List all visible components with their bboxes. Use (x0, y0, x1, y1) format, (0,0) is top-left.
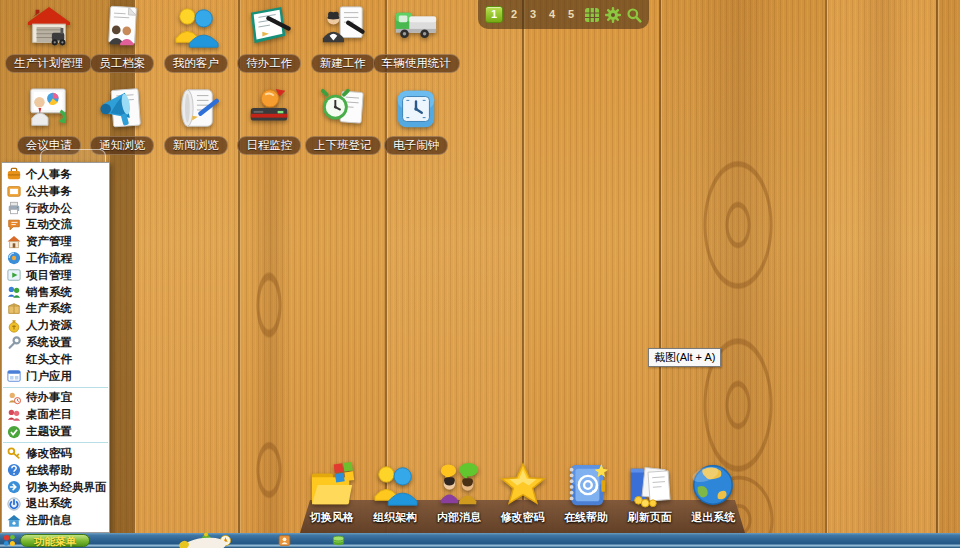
todo-work-icon (246, 4, 292, 50)
desktop-shortcut-label: 上下班登记 (305, 136, 381, 155)
dock-item-exit-globe[interactable]: 退出系统 (681, 462, 745, 533)
human-resources-icon (7, 319, 21, 333)
menu-item-system-settings[interactable]: 系统设置 (2, 334, 109, 351)
search-icon[interactable] (626, 7, 642, 23)
menu-item-asset-management[interactable]: 资产管理 (2, 233, 109, 250)
wood-knot (242, 410, 296, 530)
menu-item-admin-office[interactable]: 行政办公 (2, 200, 109, 217)
desktop-shortcut-label: 车辆使用统计 (373, 54, 460, 73)
production-plan-icon (26, 4, 72, 50)
dock-item-label: 组织架构 (373, 510, 417, 525)
dock-item-modify-password-star[interactable]: 修改密码 (491, 462, 555, 533)
desktop-shortcut-my-customers[interactable]: 我的客户 (159, 2, 233, 84)
tray-message-icon[interactable] (218, 534, 233, 547)
menu-item-registration-info[interactable]: 注册信息 (2, 512, 109, 529)
registration-info-icon (7, 514, 21, 528)
wood-knot (692, 140, 784, 310)
desktop-shortcut-news-browse[interactable]: 新闻浏览 (159, 84, 233, 166)
menu-item-human-resources[interactable]: 人力资源 (2, 317, 109, 334)
menu-item-project-management[interactable]: 项目管理 (2, 267, 109, 284)
pager-page-3[interactable]: 3 (525, 7, 541, 22)
desktop-shortcut-label: 待办工作 (237, 54, 301, 73)
menu-item-pending-items[interactable]: 待办事宜 (2, 390, 109, 407)
desktop-shortcut-vehicle-stats[interactable]: 车辆使用统计 (380, 2, 454, 84)
menu-item-personal-affairs[interactable]: 个人事务 (2, 166, 109, 183)
menu-item-online-help[interactable]: 在线帮助 (2, 462, 109, 479)
workflow-icon (7, 251, 21, 265)
dock-item-online-help-book[interactable]: 在线帮助 (554, 462, 618, 533)
desktop-icons: 生产计划管理员工档案我的客户待办工作新建工作车辆使用统计会议申请通知浏览新闻浏览… (12, 2, 453, 166)
menu-item-label: 切换为经典界面 (26, 480, 107, 495)
menu-item-interaction[interactable]: 互动交流 (2, 216, 109, 233)
menu-item-label: 系统设置 (26, 335, 72, 350)
plank-seam (825, 0, 827, 533)
desktop-shortcut-clock-in-out[interactable]: 上下班登记 (306, 84, 380, 166)
menu-divider (3, 442, 108, 443)
desktop-shortcut-production-plan[interactable]: 生产计划管理 (12, 2, 86, 84)
start-logo-icon (3, 534, 16, 547)
desktop-shortcut-todo-work[interactable]: 待办工作 (233, 2, 307, 84)
grid-view-icon[interactable] (584, 7, 600, 23)
desktop-shortcut-new-work[interactable]: 新建工作 (306, 2, 380, 84)
menu-item-label: 互动交流 (26, 217, 72, 232)
desktop-shortcut-employee-files[interactable]: 员工档案 (86, 2, 160, 84)
admin-office-icon (7, 201, 21, 215)
digital-clock-icon (393, 86, 439, 132)
menu-item-sales-system[interactable]: 销售系统 (2, 284, 109, 301)
menu-item-switch-classic[interactable]: 切换为经典界面 (2, 479, 109, 496)
menu-item-portal-apps[interactable]: 门户应用 (2, 368, 109, 385)
clock-in-out-icon (320, 86, 366, 132)
tray-contacts-icon[interactable] (277, 534, 292, 547)
my-customers-icon (173, 4, 219, 50)
dock-item-refresh-page[interactable]: 刷新页面 (618, 462, 682, 533)
menu-item-label: 待办事宜 (26, 390, 72, 405)
theme-settings-icon (7, 425, 21, 439)
menu-item-public-affairs[interactable]: 公共事务 (2, 183, 109, 200)
menu-item-workflow[interactable]: 工作流程 (2, 250, 109, 267)
news-browse-icon (173, 86, 219, 132)
desktop-shortcut-digital-clock[interactable]: 电子闹钟 (380, 84, 454, 166)
menu-item-label: 在线帮助 (26, 463, 72, 478)
desktop-shortcut-label: 我的客户 (164, 54, 228, 73)
menu-item-theme-settings[interactable]: 主题设置 (2, 423, 109, 440)
tray-money-icon[interactable] (331, 534, 346, 547)
plank-seam (659, 0, 661, 533)
menu-item-logout[interactable]: 退出系统 (2, 495, 109, 512)
menu-item-change-password[interactable]: 修改密码 (2, 445, 109, 462)
bottom-dock: 切换风格组织架构内部消息修改密码在线帮助刷新页面退出系统 (300, 462, 745, 533)
dock-item-org-structure[interactable]: 组织架构 (364, 462, 428, 533)
start-menu: 个人事务公共事务行政办公互动交流资产管理工作流程项目管理销售系统生产系统人力资源… (1, 162, 110, 533)
menu-item-production-system[interactable]: 生产系统 (2, 301, 109, 318)
pager-page-5[interactable]: 5 (563, 7, 579, 22)
schedule-monitor-icon (246, 86, 292, 132)
dock-item-switch-style[interactable]: 切换风格 (300, 462, 364, 533)
menu-item-desktop-columns[interactable]: 桌面栏目 (2, 406, 109, 423)
internal-message-icon (436, 462, 482, 508)
dock-item-label: 刷新页面 (628, 510, 672, 525)
logout-icon (7, 497, 21, 511)
desktop-shortcut-schedule-monitor[interactable]: 日程监控 (233, 84, 307, 166)
desktop-shortcut-label: 新建工作 (311, 54, 375, 73)
change-password-icon (7, 446, 21, 460)
personal-affairs-icon (7, 167, 21, 181)
start-button-label[interactable]: 功能菜单 (20, 534, 90, 547)
pager-page-1[interactable]: 1 (485, 6, 503, 23)
menu-item-label: 公共事务 (26, 184, 72, 199)
dock-item-label: 在线帮助 (564, 510, 608, 525)
menu-item-label: 生产系统 (26, 301, 72, 316)
pager-page-4[interactable]: 4 (544, 7, 560, 22)
dock-item-internal-message[interactable]: 内部消息 (427, 462, 491, 533)
no-icon (7, 352, 21, 366)
menu-item-label: 红头文件 (26, 352, 72, 367)
system-settings-icon (7, 336, 21, 350)
grain-streak (692, 0, 784, 533)
org-structure-icon (372, 462, 418, 508)
settings-gear-icon[interactable] (605, 7, 621, 23)
modify-password-star-icon (500, 462, 546, 508)
dock-item-label: 内部消息 (437, 510, 481, 525)
menu-item-label: 人力资源 (26, 318, 72, 333)
dock-item-label: 修改密码 (501, 510, 545, 525)
pager-page-2[interactable]: 2 (506, 7, 522, 22)
menu-item-plain-11[interactable]: 红头文件 (2, 351, 109, 368)
start-button[interactable]: 功能菜单 (3, 534, 90, 547)
